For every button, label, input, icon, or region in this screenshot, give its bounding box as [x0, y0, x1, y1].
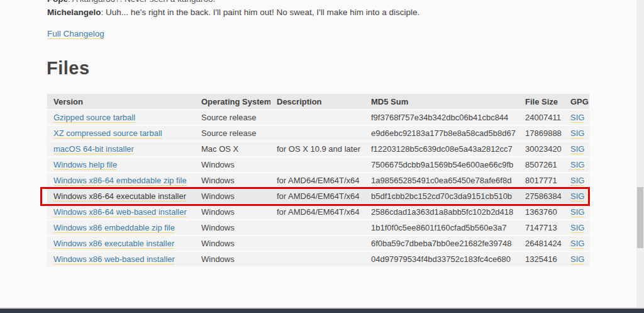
os-cell: Windows — [195, 189, 270, 203]
filesize-cell: 30023420 — [519, 142, 564, 156]
filesize-cell: 27586384 — [519, 189, 564, 203]
description-cell — [270, 126, 365, 140]
os-cell: Windows — [195, 205, 270, 219]
file-download-link[interactable]: Windows help file — [53, 160, 117, 170]
description-cell: for AMD64/EM64T/x64 — [270, 205, 365, 219]
table-row: XZ compressed source tarball Source rele… — [47, 126, 589, 140]
sig-link[interactable]: SIG — [570, 128, 584, 139]
scrollbar-track[interactable] — [636, 0, 644, 309]
description-cell — [270, 236, 365, 251]
file-download-link[interactable]: Windows x86 embeddable zip file — [53, 223, 175, 233]
table-row: Gzipped source tarball Source release f9… — [47, 110, 589, 125]
table-row: Windows x86 embeddable zip file Windows … — [47, 220, 589, 235]
table-row: Windows x86 web-based installer Windows … — [47, 252, 589, 266]
description-cell — [270, 220, 365, 235]
description-cell — [270, 157, 365, 172]
file-download-link[interactable]: Windows x86-64 executable installer — [53, 191, 186, 202]
table-row: Windows x86-64 embeddable zip file Windo… — [47, 173, 589, 188]
filesize-cell: 7147713 — [519, 220, 564, 235]
quote-text: : Uuh... he's right in the back. I'll pa… — [101, 8, 420, 17]
description-cell — [270, 110, 365, 125]
sig-link[interactable]: SIG — [570, 207, 584, 217]
column-header-gpg: GPG — [564, 94, 589, 109]
md5-cell: f12203128b5c639dc08e5a43a2812cc7 — [365, 142, 519, 156]
release-page: Pope: A kangaroo?! Never seen a kangaroo… — [0, 0, 644, 313]
quote-line: Michelangelo: Uuh... he's right in the b… — [47, 8, 419, 17]
sig-link[interactable]: SIG — [570, 176, 584, 186]
quote-speaker: Pope — [47, 0, 68, 4]
table-row: Windows help file Windows 7506675dcbb9a1… — [47, 157, 589, 172]
sig-link[interactable]: SIG — [570, 239, 584, 249]
os-cell: Windows — [195, 236, 270, 251]
full-changelog-link[interactable]: Full Changelog — [47, 29, 104, 39]
file-download-link[interactable]: Windows x86-64 embeddable zip file — [53, 176, 187, 186]
filesize-cell: 26481424 — [519, 236, 564, 251]
sig-link[interactable]: SIG — [570, 144, 584, 154]
md5-cell: 7506675dcbb9a1569b54e600ae66c9fb — [365, 157, 519, 172]
sig-link[interactable]: SIG — [570, 191, 584, 202]
filesize-cell: 24007411 — [519, 110, 564, 125]
quote-speaker: Michelangelo — [47, 8, 101, 17]
os-cell: Mac OS X — [195, 142, 270, 156]
column-header-filesize: File Size — [519, 94, 564, 109]
md5-cell: 6f0ba59c7dbeba7bb0ee21682fe39748 — [365, 236, 519, 251]
md5-cell: 04d97979534f4bd33752c183fc4ce680 — [365, 252, 519, 266]
filesize-cell: 8507261 — [519, 157, 564, 172]
file-download-link[interactable]: XZ compressed source tarball — [53, 128, 162, 139]
quote-line-clipped: Pope: A kangaroo?! Never seen a kangaroo… — [47, 0, 215, 4]
sig-link[interactable]: SIG — [570, 160, 584, 170]
scrollbar-thumb[interactable] — [637, 187, 643, 248]
file-download-link[interactable]: Gzipped source tarball — [53, 113, 135, 123]
filesize-cell: 17869888 — [519, 126, 564, 140]
table-row: Windows x86-64 web-based installer Windo… — [47, 205, 589, 219]
files-table: Version Operating System Description MD5… — [47, 93, 589, 268]
description-cell: for AMD64/EM64T/x64 — [270, 189, 365, 203]
file-download-link[interactable]: macOS 64-bit installer — [53, 144, 134, 154]
filesize-cell: 1325416 — [519, 252, 564, 266]
column-header-md5: MD5 Sum — [365, 94, 519, 109]
md5-cell: 2586cdad1a363d1a8abb5fc102b2d418 — [365, 205, 519, 219]
file-download-link[interactable]: Windows x86 executable installer — [53, 239, 174, 249]
os-cell: Source release — [195, 126, 270, 140]
description-cell: for AMD64/EM64T/x64 — [270, 173, 365, 188]
column-header-version: Version — [47, 94, 195, 109]
files-heading: Files — [47, 58, 90, 79]
file-download-link[interactable]: Windows x86 web-based installer — [53, 254, 175, 265]
md5-cell: e9d6ebc92183a177b8e8a58cad5b8d67 — [365, 126, 519, 140]
description-cell: for OS X 10.9 and later — [270, 142, 365, 156]
os-cell: Windows — [195, 252, 270, 266]
sig-link[interactable]: SIG — [570, 223, 584, 233]
os-cell: Windows — [195, 173, 270, 188]
md5-cell: 1b1f0f0c5ee8601f160cfad5b560e3a7 — [365, 220, 519, 235]
os-cell: Windows — [195, 157, 270, 172]
table-row: Windows x86-64 executable installer Wind… — [47, 189, 589, 203]
os-cell: Windows — [195, 220, 270, 235]
table-row: macOS 64-bit installer Mac OS X for OS X… — [47, 142, 589, 156]
column-header-os: Operating System — [195, 94, 270, 109]
table-row: Windows x86 executable installer Windows… — [47, 236, 589, 251]
md5-cell: b5df1cbb2bc152cd70c3da9151cb510b — [365, 189, 519, 203]
files-table-body: Gzipped source tarball Source release f9… — [47, 110, 589, 266]
filesize-cell: 1363760 — [519, 205, 564, 219]
description-cell — [270, 252, 365, 266]
sig-link[interactable]: SIG — [570, 254, 584, 265]
quote-text: : A kangaroo?! Never seen a kangaroo! — [68, 0, 215, 4]
file-download-link[interactable]: Windows x86-64 web-based installer — [53, 207, 187, 217]
bottom-dark-bar — [0, 309, 644, 313]
md5-cell: 1a98565285491c0ea65450e78afe6f8d — [365, 173, 519, 188]
os-cell: Source release — [195, 110, 270, 125]
filesize-cell: 8017771 — [519, 173, 564, 188]
files-table-header-row: Version Operating System Description MD5… — [47, 94, 589, 109]
column-header-description: Description — [270, 94, 365, 109]
md5-cell: f9f3768f757e34b342dbc06b41cbc844 — [365, 110, 519, 125]
sig-link[interactable]: SIG — [570, 113, 584, 123]
